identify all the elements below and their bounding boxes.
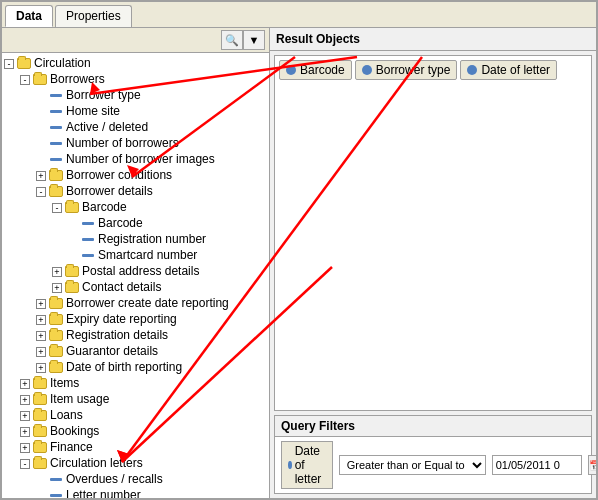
tree-item-loans[interactable]: +Loans <box>2 407 269 423</box>
result-objects-header: Result Objects <box>270 28 596 51</box>
tree-item-number-of-borrowers[interactable]: Number of borrowers <box>2 135 269 151</box>
tab-properties[interactable]: Properties <box>55 5 132 27</box>
tree-item-barcode-field[interactable]: Barcode <box>2 215 269 231</box>
tree-toggle[interactable]: - <box>4 56 14 70</box>
field-icon <box>48 136 64 150</box>
field-icon <box>80 248 96 262</box>
result-chip-borrower-type[interactable]: Borrower type <box>355 60 458 80</box>
filter-field-chip[interactable]: Date of letter <box>281 441 333 489</box>
tree-item-borrower-create-date[interactable]: +Borrower create date reporting <box>2 295 269 311</box>
tree-toggle[interactable]: + <box>52 264 62 278</box>
tree-item-borrowers[interactable]: -Borrowers <box>2 71 269 87</box>
tree-toggle[interactable]: + <box>36 360 46 374</box>
folder-icon <box>64 200 80 214</box>
tree-item-label: Circulation <box>34 56 91 70</box>
folder-icon <box>32 424 48 438</box>
tree-item-label: Borrower details <box>66 184 153 198</box>
folder-icon <box>48 360 64 374</box>
tree-item-guarantor-details[interactable]: +Guarantor details <box>2 343 269 359</box>
field-icon <box>48 152 64 166</box>
folder-icon <box>48 312 64 326</box>
tree-item-borrower-details[interactable]: -Borrower details <box>2 183 269 199</box>
tree-item-circulation-letters[interactable]: -Circulation letters <box>2 455 269 471</box>
tree-item-label: Active / deleted <box>66 120 148 134</box>
search-button[interactable]: 🔍 <box>221 30 243 50</box>
tree-toggle <box>36 488 46 498</box>
tree-item-label: Barcode <box>98 216 143 230</box>
tree-item-borrower-conditions[interactable]: +Borrower conditions <box>2 167 269 183</box>
filter-operator-select[interactable]: Equal toGreater thanGreater than or Equa… <box>339 455 486 475</box>
tree-item-bookings[interactable]: +Bookings <box>2 423 269 439</box>
tree-item-label: Registration details <box>66 328 168 342</box>
tree-toggle[interactable]: - <box>36 184 46 198</box>
tree-item-home-site[interactable]: Home site <box>2 103 269 119</box>
tree-item-label: Postal address details <box>82 264 199 278</box>
tree-item-smartcard-number[interactable]: Smartcard number <box>2 247 269 263</box>
tree-toggle <box>68 232 78 246</box>
tree-item-borrower-type[interactable]: Borrower type <box>2 87 269 103</box>
tree-item-label: Home site <box>66 104 120 118</box>
tree-toggle[interactable]: + <box>52 280 62 294</box>
tree-toggle[interactable]: + <box>36 296 46 310</box>
folder-icon <box>16 56 32 70</box>
tree-item-label: Finance <box>50 440 93 454</box>
tree-item-registration-number[interactable]: Registration number <box>2 231 269 247</box>
result-objects-area: BarcodeBorrower typeDate of letter <box>274 55 592 411</box>
tree-item-label: Borrowers <box>50 72 105 86</box>
tree-item-label: Smartcard number <box>98 248 197 262</box>
tree-item-label: Date of birth reporting <box>66 360 182 374</box>
tree-item-circulation[interactable]: -Circulation <box>2 55 269 71</box>
tree-item-item-usage[interactable]: +Item usage <box>2 391 269 407</box>
tree-toggle[interactable]: - <box>52 200 62 214</box>
tree-toggle[interactable]: + <box>36 328 46 342</box>
tree-item-expiry-date-reporting[interactable]: +Expiry date reporting <box>2 311 269 327</box>
tree-toggle[interactable]: + <box>36 344 46 358</box>
tree-item-label: Letter number <box>66 488 141 498</box>
query-filters-header: Query Filters <box>275 416 591 437</box>
content-area: 🔍 ▼ -Circulation-BorrowersBorrower typeH… <box>2 28 596 498</box>
tree-toggle[interactable]: - <box>20 72 30 86</box>
top-tabs: Data Properties <box>2 2 596 28</box>
tree-item-number-of-borrower-images[interactable]: Number of borrower images <box>2 151 269 167</box>
tree-toggle[interactable]: + <box>20 392 30 406</box>
tree-item-contact-details[interactable]: +Contact details <box>2 279 269 295</box>
field-icon <box>48 104 64 118</box>
tree-area[interactable]: -Circulation-BorrowersBorrower typeHome … <box>2 53 269 498</box>
tree-toggle[interactable]: + <box>20 408 30 422</box>
tree-item-active-deleted[interactable]: Active / deleted <box>2 119 269 135</box>
tree-item-overdues-recalls[interactable]: Overdues / recalls <box>2 471 269 487</box>
tree-item-items[interactable]: +Items <box>2 375 269 391</box>
result-chip-date-of-letter[interactable]: Date of letter <box>460 60 557 80</box>
field-icon <box>80 232 96 246</box>
tree-item-date-of-birth-reporting[interactable]: +Date of birth reporting <box>2 359 269 375</box>
tree-item-label: Contact details <box>82 280 161 294</box>
tree-toggle <box>36 136 46 150</box>
tree-toggle[interactable]: + <box>20 424 30 438</box>
tree-toggle[interactable]: + <box>36 312 46 326</box>
dropdown-button[interactable]: ▼ <box>243 30 265 50</box>
tree-toggle <box>68 248 78 262</box>
tree-toggle[interactable]: + <box>36 168 46 182</box>
folder-icon <box>48 168 64 182</box>
tree-item-finance[interactable]: +Finance <box>2 439 269 455</box>
query-filters-section: Query Filters Date of letter Equal toGre… <box>274 415 592 494</box>
calendar-button[interactable]: 📅 <box>588 455 596 475</box>
result-chip-label: Borrower type <box>376 63 451 77</box>
tree-toggle[interactable]: - <box>20 456 30 470</box>
tree-item-registration-details[interactable]: +Registration details <box>2 327 269 343</box>
tree-item-label: Number of borrowers <box>66 136 179 150</box>
tree-item-postal-address-details[interactable]: +Postal address details <box>2 263 269 279</box>
tab-data[interactable]: Data <box>5 5 53 27</box>
tree-item-barcode[interactable]: -Barcode <box>2 199 269 215</box>
tree-toggle[interactable]: + <box>20 440 30 454</box>
filter-date-input[interactable] <box>492 455 582 475</box>
tree-toggle <box>36 472 46 486</box>
tree-toggle[interactable]: + <box>20 376 30 390</box>
folder-icon <box>64 264 80 278</box>
result-chip-icon <box>467 65 477 75</box>
filter-chip-icon <box>288 461 292 469</box>
tree-item-letter-number[interactable]: Letter number <box>2 487 269 498</box>
folder-icon <box>48 328 64 342</box>
tree-item-label: Registration number <box>98 232 206 246</box>
result-chip-barcode[interactable]: Barcode <box>279 60 352 80</box>
